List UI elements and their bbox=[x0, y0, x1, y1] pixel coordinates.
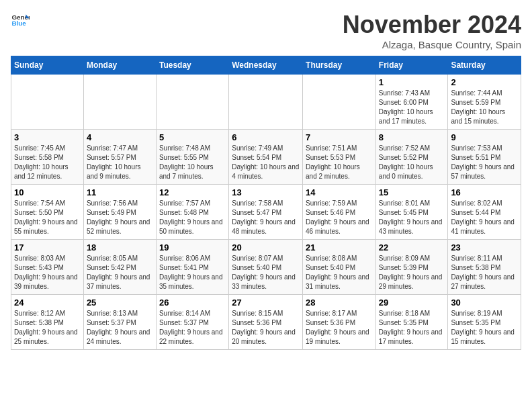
day-number: 16 bbox=[451, 187, 518, 197]
weekday-header-monday: Monday bbox=[83, 56, 156, 75]
day-detail: Sunrise: 7:47 AM Sunset: 5:57 PM Dayligh… bbox=[87, 144, 153, 181]
day-detail: Sunrise: 7:56 AM Sunset: 5:49 PM Dayligh… bbox=[87, 199, 153, 236]
day-detail: Sunrise: 7:51 AM Sunset: 5:53 PM Dayligh… bbox=[306, 144, 373, 181]
day-detail: Sunrise: 8:15 AM Sunset: 5:36 PM Dayligh… bbox=[232, 309, 300, 347]
weekday-header-wednesday: Wednesday bbox=[229, 56, 303, 75]
calendar-cell: 6Sunrise: 7:49 AM Sunset: 5:54 PM Daylig… bbox=[229, 130, 303, 185]
day-detail: Sunrise: 7:53 AM Sunset: 5:51 PM Dayligh… bbox=[451, 144, 518, 181]
calendar-cell: 16Sunrise: 8:02 AM Sunset: 5:44 PM Dayli… bbox=[448, 185, 521, 240]
day-number: 6 bbox=[232, 132, 300, 142]
day-number: 8 bbox=[379, 132, 445, 142]
calendar-cell bbox=[83, 75, 156, 130]
day-detail: Sunrise: 8:03 AM Sunset: 5:43 PM Dayligh… bbox=[14, 254, 81, 291]
weekday-header-row: SundayMondayTuesdayWednesdayThursdayFrid… bbox=[11, 56, 521, 75]
calendar-cell: 21Sunrise: 8:08 AM Sunset: 5:40 PM Dayli… bbox=[303, 240, 376, 295]
weekday-header-saturday: Saturday bbox=[448, 56, 521, 75]
logo-icon: General Blue bbox=[11, 11, 30, 30]
calendar-cell: 8Sunrise: 7:52 AM Sunset: 5:52 PM Daylig… bbox=[375, 130, 448, 185]
day-detail: Sunrise: 8:12 AM Sunset: 5:38 PM Dayligh… bbox=[14, 309, 81, 347]
calendar-cell: 30Sunrise: 8:19 AM Sunset: 5:35 PM Dayli… bbox=[448, 295, 521, 350]
day-number: 9 bbox=[451, 132, 518, 142]
calendar-cell: 2Sunrise: 7:44 AM Sunset: 5:59 PM Daylig… bbox=[448, 75, 521, 130]
day-number: 26 bbox=[159, 298, 226, 308]
calendar-cell: 28Sunrise: 8:17 AM Sunset: 5:36 PM Dayli… bbox=[303, 295, 376, 350]
logo: General Blue bbox=[11, 11, 30, 30]
day-detail: Sunrise: 8:13 AM Sunset: 5:37 PM Dayligh… bbox=[87, 309, 153, 347]
day-number: 15 bbox=[379, 187, 445, 197]
day-detail: Sunrise: 7:44 AM Sunset: 5:59 PM Dayligh… bbox=[451, 89, 518, 126]
day-number: 12 bbox=[159, 187, 226, 197]
svg-text:Blue: Blue bbox=[11, 19, 26, 27]
calendar-cell: 27Sunrise: 8:15 AM Sunset: 5:36 PM Dayli… bbox=[229, 295, 303, 350]
calendar-cell: 23Sunrise: 8:11 AM Sunset: 5:38 PM Dayli… bbox=[448, 240, 521, 295]
day-number: 1 bbox=[379, 77, 445, 87]
day-number: 17 bbox=[14, 242, 81, 253]
day-detail: Sunrise: 7:54 AM Sunset: 5:50 PM Dayligh… bbox=[14, 199, 81, 236]
calendar-cell: 22Sunrise: 8:09 AM Sunset: 5:39 PM Dayli… bbox=[375, 240, 448, 295]
day-number: 25 bbox=[87, 298, 153, 308]
calendar-cell: 1Sunrise: 7:43 AM Sunset: 6:00 PM Daylig… bbox=[375, 75, 448, 130]
day-detail: Sunrise: 8:19 AM Sunset: 5:35 PM Dayligh… bbox=[451, 309, 518, 347]
calendar-cell: 29Sunrise: 8:18 AM Sunset: 5:35 PM Dayli… bbox=[375, 295, 448, 350]
weekday-header-sunday: Sunday bbox=[11, 56, 84, 75]
day-detail: Sunrise: 8:17 AM Sunset: 5:36 PM Dayligh… bbox=[306, 309, 373, 347]
day-number: 7 bbox=[306, 132, 373, 142]
calendar-cell: 4Sunrise: 7:47 AM Sunset: 5:57 PM Daylig… bbox=[83, 130, 156, 185]
day-number: 4 bbox=[87, 132, 153, 142]
calendar-cell: 7Sunrise: 7:51 AM Sunset: 5:53 PM Daylig… bbox=[303, 130, 376, 185]
day-number: 5 bbox=[159, 132, 226, 142]
calendar-cell: 10Sunrise: 7:54 AM Sunset: 5:50 PM Dayli… bbox=[11, 185, 84, 240]
calendar-cell bbox=[303, 75, 376, 130]
day-number: 21 bbox=[306, 242, 373, 253]
calendar-cell: 14Sunrise: 7:59 AM Sunset: 5:46 PM Dayli… bbox=[303, 185, 376, 240]
calendar-cell: 17Sunrise: 8:03 AM Sunset: 5:43 PM Dayli… bbox=[11, 240, 84, 295]
day-number: 30 bbox=[451, 298, 518, 308]
week-row-2: 3Sunrise: 7:45 AM Sunset: 5:58 PM Daylig… bbox=[11, 130, 521, 185]
calendar-cell bbox=[11, 75, 84, 130]
week-row-4: 17Sunrise: 8:03 AM Sunset: 5:43 PM Dayli… bbox=[11, 240, 521, 295]
day-number: 18 bbox=[87, 242, 153, 253]
calendar-cell: 11Sunrise: 7:56 AM Sunset: 5:49 PM Dayli… bbox=[83, 185, 156, 240]
day-number: 22 bbox=[379, 242, 445, 253]
day-detail: Sunrise: 7:43 AM Sunset: 6:00 PM Dayligh… bbox=[379, 89, 445, 126]
day-number: 13 bbox=[232, 187, 300, 197]
day-detail: Sunrise: 8:11 AM Sunset: 5:38 PM Dayligh… bbox=[451, 254, 518, 291]
weekday-header-friday: Friday bbox=[375, 56, 448, 75]
calendar-cell: 20Sunrise: 8:07 AM Sunset: 5:40 PM Dayli… bbox=[229, 240, 303, 295]
day-detail: Sunrise: 8:02 AM Sunset: 5:44 PM Dayligh… bbox=[451, 199, 518, 236]
calendar-cell: 13Sunrise: 7:58 AM Sunset: 5:47 PM Dayli… bbox=[229, 185, 303, 240]
day-detail: Sunrise: 8:06 AM Sunset: 5:41 PM Dayligh… bbox=[159, 254, 226, 291]
day-number: 19 bbox=[159, 242, 226, 253]
week-row-1: 1Sunrise: 7:43 AM Sunset: 6:00 PM Daylig… bbox=[11, 75, 521, 130]
day-detail: Sunrise: 7:52 AM Sunset: 5:52 PM Dayligh… bbox=[379, 144, 445, 181]
day-detail: Sunrise: 8:07 AM Sunset: 5:40 PM Dayligh… bbox=[232, 254, 300, 291]
weekday-header-thursday: Thursday bbox=[303, 56, 376, 75]
day-detail: Sunrise: 7:48 AM Sunset: 5:55 PM Dayligh… bbox=[159, 144, 226, 181]
day-detail: Sunrise: 8:18 AM Sunset: 5:35 PM Dayligh… bbox=[379, 309, 445, 347]
day-number: 14 bbox=[306, 187, 373, 197]
day-detail: Sunrise: 8:01 AM Sunset: 5:45 PM Dayligh… bbox=[379, 199, 445, 236]
calendar-cell bbox=[156, 75, 228, 130]
day-number: 3 bbox=[14, 132, 81, 142]
calendar-cell: 26Sunrise: 8:14 AM Sunset: 5:37 PM Dayli… bbox=[156, 295, 228, 350]
day-detail: Sunrise: 7:49 AM Sunset: 5:54 PM Dayligh… bbox=[232, 144, 300, 181]
location-title: Alzaga, Basque Country, Spain bbox=[343, 39, 521, 50]
day-number: 2 bbox=[451, 77, 518, 87]
day-detail: Sunrise: 8:05 AM Sunset: 5:42 PM Dayligh… bbox=[87, 254, 153, 291]
day-detail: Sunrise: 7:59 AM Sunset: 5:46 PM Dayligh… bbox=[306, 199, 373, 236]
calendar-cell bbox=[229, 75, 303, 130]
day-detail: Sunrise: 8:14 AM Sunset: 5:37 PM Dayligh… bbox=[159, 309, 226, 347]
calendar-cell: 12Sunrise: 7:57 AM Sunset: 5:48 PM Dayli… bbox=[156, 185, 228, 240]
day-number: 29 bbox=[379, 298, 445, 308]
day-number: 10 bbox=[14, 187, 81, 197]
week-row-5: 24Sunrise: 8:12 AM Sunset: 5:38 PM Dayli… bbox=[11, 295, 521, 350]
title-area: November 2024 Alzaga, Basque Country, Sp… bbox=[343, 11, 521, 50]
month-title: November 2024 bbox=[343, 11, 521, 39]
day-detail: Sunrise: 8:09 AM Sunset: 5:39 PM Dayligh… bbox=[379, 254, 445, 291]
calendar-cell: 3Sunrise: 7:45 AM Sunset: 5:58 PM Daylig… bbox=[11, 130, 84, 185]
calendar-cell: 9Sunrise: 7:53 AM Sunset: 5:51 PM Daylig… bbox=[448, 130, 521, 185]
calendar-cell: 19Sunrise: 8:06 AM Sunset: 5:41 PM Dayli… bbox=[156, 240, 228, 295]
day-number: 20 bbox=[232, 242, 300, 253]
day-detail: Sunrise: 7:58 AM Sunset: 5:47 PM Dayligh… bbox=[232, 199, 300, 236]
calendar-table: SundayMondayTuesdayWednesdayThursdayFrid… bbox=[11, 56, 521, 350]
